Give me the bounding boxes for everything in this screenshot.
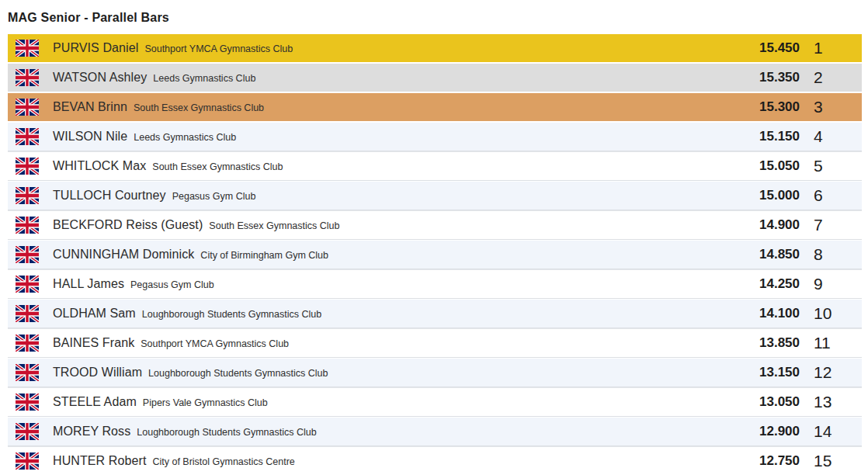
score: 14.250 bbox=[730, 276, 800, 292]
athlete-name: BEVAN Brinn bbox=[53, 100, 127, 114]
athlete-name: PURVIS Daniel bbox=[53, 41, 138, 55]
rank: 12 bbox=[800, 363, 862, 382]
score: 15.150 bbox=[730, 129, 800, 144]
score: 13.050 bbox=[730, 394, 800, 410]
rank: 14 bbox=[800, 422, 862, 441]
score: 13.850 bbox=[730, 335, 800, 351]
result-row: OLDHAM Sam Loughborough Students Gymnast… bbox=[8, 300, 862, 328]
athlete-name: WILSON Nile bbox=[53, 130, 127, 144]
club-name: Loughborough Students Gymnastics Club bbox=[148, 368, 328, 379]
uk-flag-icon bbox=[16, 69, 39, 86]
uk-flag-icon bbox=[16, 394, 39, 411]
club-name: Loughborough Students Gymnastics Club bbox=[142, 309, 321, 320]
result-row: STEELE Adam Pipers Vale Gymnastics Club … bbox=[8, 388, 862, 416]
club-name: City of Bristol Gymnastics Centre bbox=[152, 456, 294, 467]
athlete-name: HUNTER Robert bbox=[53, 454, 146, 468]
club-name: Leeds Gymnastics Club bbox=[153, 73, 255, 84]
uk-flag-icon bbox=[16, 276, 39, 293]
score: 14.100 bbox=[730, 306, 800, 321]
result-row: BAINES Frank Southport YMCA Gymnastics C… bbox=[8, 329, 862, 357]
athlete-name: BAINES Frank bbox=[53, 336, 134, 350]
score: 15.300 bbox=[730, 99, 800, 115]
athlete-name: WHITLOCK Max bbox=[53, 159, 146, 173]
uk-flag-icon bbox=[16, 335, 39, 352]
score: 15.000 bbox=[730, 188, 800, 203]
club-name: Leeds Gymnastics Club bbox=[134, 132, 236, 143]
rank: 10 bbox=[800, 304, 862, 323]
rank: 4 bbox=[800, 127, 862, 146]
result-row: HALL James Pegasus Gym Club 14.250 9 bbox=[8, 270, 862, 298]
result-row: WILSON Nile Leeds Gymnastics Club 15.150… bbox=[8, 123, 862, 151]
result-row: TULLOCH Courtney Pegasus Gym Club 15.000… bbox=[8, 182, 862, 210]
score: 14.900 bbox=[730, 217, 800, 233]
club-name: Pegasus Gym Club bbox=[130, 279, 214, 290]
uk-flag-icon bbox=[16, 217, 39, 234]
club-name: Southport YMCA Gymnastics Club bbox=[141, 338, 289, 349]
rank: 3 bbox=[800, 98, 862, 116]
score: 15.050 bbox=[730, 158, 800, 174]
athlete-name: CUNNINGHAM Dominick bbox=[53, 248, 194, 262]
rank: 1 bbox=[800, 39, 862, 57]
club-name: South Essex Gymnastics Club bbox=[152, 161, 283, 172]
result-row: BECKFORD Reiss (Guest) South Essex Gymna… bbox=[8, 211, 862, 239]
result-row: CUNNINGHAM Dominick City of Birmingham G… bbox=[8, 241, 862, 269]
club-name: Pipers Vale Gymnastics Club bbox=[143, 397, 268, 408]
club-name: South Essex Gymnastics Club bbox=[134, 102, 264, 113]
rank: 9 bbox=[800, 275, 862, 293]
rank: 2 bbox=[800, 68, 862, 87]
result-row: WHITLOCK Max South Essex Gymnastics Club… bbox=[8, 152, 862, 180]
score: 13.150 bbox=[730, 365, 800, 380]
uk-flag-icon bbox=[16, 246, 39, 263]
rank: 11 bbox=[800, 334, 862, 352]
results-list: PURVIS Daniel Southport YMCA Gymnastics … bbox=[8, 34, 862, 475]
uk-flag-icon bbox=[16, 452, 39, 470]
rank: 7 bbox=[800, 216, 862, 234]
uk-flag-icon bbox=[16, 99, 39, 116]
club-name: Southport YMCA Gymnastics Club bbox=[144, 43, 293, 54]
rank: 13 bbox=[800, 393, 862, 411]
club-name: City of Birmingham Gym Club bbox=[200, 250, 328, 261]
rank: 5 bbox=[800, 157, 862, 175]
result-row: WATSON Ashley Leeds Gymnastics Club 15.3… bbox=[8, 64, 862, 92]
result-row: MOREY Ross Loughborough Students Gymnast… bbox=[8, 418, 862, 446]
result-row: TROOD William Loughborough Students Gymn… bbox=[8, 359, 862, 387]
athlete-name: STEELE Adam bbox=[53, 395, 137, 409]
rank: 6 bbox=[800, 186, 862, 205]
uk-flag-icon bbox=[16, 187, 39, 204]
uk-flag-icon bbox=[16, 423, 39, 440]
uk-flag-icon bbox=[16, 364, 39, 381]
athlete-name: HALL James bbox=[53, 277, 124, 291]
score: 12.900 bbox=[730, 424, 800, 439]
athlete-name: TROOD William bbox=[53, 366, 142, 380]
athlete-name: BECKFORD Reiss (Guest) bbox=[53, 218, 203, 232]
uk-flag-icon bbox=[16, 40, 39, 57]
score: 15.450 bbox=[730, 40, 800, 56]
result-row: HUNTER Robert City of Bristol Gymnastics… bbox=[8, 447, 862, 475]
athlete-name: MOREY Ross bbox=[53, 425, 130, 439]
athlete-name: TULLOCH Courtney bbox=[53, 189, 166, 203]
athlete-name: OLDHAM Sam bbox=[53, 307, 136, 321]
club-name: South Essex Gymnastics Club bbox=[209, 220, 339, 231]
rank: 8 bbox=[800, 245, 862, 264]
rank: 15 bbox=[800, 452, 862, 470]
result-row: BEVAN Brinn South Essex Gymnastics Club … bbox=[8, 93, 862, 121]
page-title: MAG Senior - Parallel Bars bbox=[8, 10, 868, 25]
uk-flag-icon bbox=[16, 128, 39, 145]
score: 14.850 bbox=[730, 247, 800, 262]
score: 12.750 bbox=[730, 453, 800, 469]
club-name: Pegasus Gym Club bbox=[172, 191, 256, 202]
uk-flag-icon bbox=[16, 158, 39, 175]
athlete-name: WATSON Ashley bbox=[53, 71, 147, 85]
result-row: PURVIS Daniel Southport YMCA Gymnastics … bbox=[8, 34, 862, 62]
club-name: Loughborough Students Gymnastics Club bbox=[137, 427, 316, 438]
score: 15.350 bbox=[730, 70, 800, 85]
uk-flag-icon bbox=[16, 305, 39, 322]
